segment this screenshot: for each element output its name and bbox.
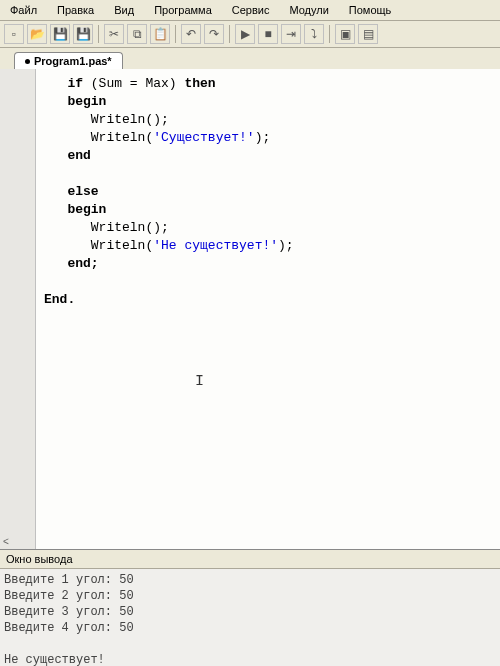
file-tab[interactable]: Program1.pas* bbox=[14, 52, 123, 69]
toolbar: ▫ 📂 💾 💾 ✂ ⧉ 📋 ↶ ↷ ▶ ■ ⇥ ⤵ ▣ ▤ bbox=[0, 21, 500, 48]
separator bbox=[98, 25, 99, 43]
output-line: Введите 4 угол: 50 bbox=[4, 621, 134, 635]
tab-row: Program1.pas* bbox=[0, 48, 500, 69]
code-editor[interactable]: if (Sum = Max) then begin Writeln(); Wri… bbox=[36, 69, 500, 549]
separator bbox=[229, 25, 230, 43]
undo-icon[interactable]: ↶ bbox=[181, 24, 201, 44]
menu-program[interactable]: Программа bbox=[148, 2, 218, 18]
line-gutter bbox=[0, 69, 36, 549]
separator bbox=[175, 25, 176, 43]
copy-icon[interactable]: ⧉ bbox=[127, 24, 147, 44]
scroll-left-icon[interactable]: < bbox=[3, 536, 9, 547]
step-icon[interactable]: ⇥ bbox=[281, 24, 301, 44]
paste-icon[interactable]: 📋 bbox=[150, 24, 170, 44]
menu-edit[interactable]: Правка bbox=[51, 2, 100, 18]
output-panel-title: Окно вывода bbox=[0, 549, 500, 569]
editor-area: if (Sum = Max) then begin Writeln(); Wri… bbox=[0, 69, 500, 549]
cut-icon[interactable]: ✂ bbox=[104, 24, 124, 44]
tab-label: Program1.pas* bbox=[34, 55, 112, 67]
layout-icon[interactable]: ▤ bbox=[358, 24, 378, 44]
separator bbox=[329, 25, 330, 43]
output-line: Введите 2 угол: 50 bbox=[4, 589, 134, 603]
menu-view[interactable]: Вид bbox=[108, 2, 140, 18]
run-icon[interactable]: ▶ bbox=[235, 24, 255, 44]
save-all-icon[interactable]: 💾 bbox=[73, 24, 93, 44]
stop-icon[interactable]: ■ bbox=[258, 24, 278, 44]
text-cursor-icon: I bbox=[195, 373, 204, 390]
menu-help[interactable]: Помощь bbox=[343, 2, 398, 18]
redo-icon[interactable]: ↷ bbox=[204, 24, 224, 44]
open-file-icon[interactable]: 📂 bbox=[27, 24, 47, 44]
window-icon[interactable]: ▣ bbox=[335, 24, 355, 44]
menu-service[interactable]: Сервис bbox=[226, 2, 276, 18]
save-icon[interactable]: 💾 bbox=[50, 24, 70, 44]
modified-dot-icon bbox=[25, 59, 30, 64]
step-over-icon[interactable]: ⤵ bbox=[304, 24, 324, 44]
output-line: Введите 1 угол: 50 bbox=[4, 573, 134, 587]
new-file-icon[interactable]: ▫ bbox=[4, 24, 24, 44]
menu-file[interactable]: Файл bbox=[4, 2, 43, 18]
output-panel[interactable]: Введите 1 угол: 50 Введите 2 угол: 50 Вв… bbox=[0, 569, 500, 666]
menu-bar: Файл Правка Вид Программа Сервис Модули … bbox=[0, 0, 500, 21]
output-line: Введите 3 угол: 50 bbox=[4, 605, 134, 619]
output-line: Не существует! bbox=[4, 653, 105, 666]
menu-modules[interactable]: Модули bbox=[283, 2, 334, 18]
